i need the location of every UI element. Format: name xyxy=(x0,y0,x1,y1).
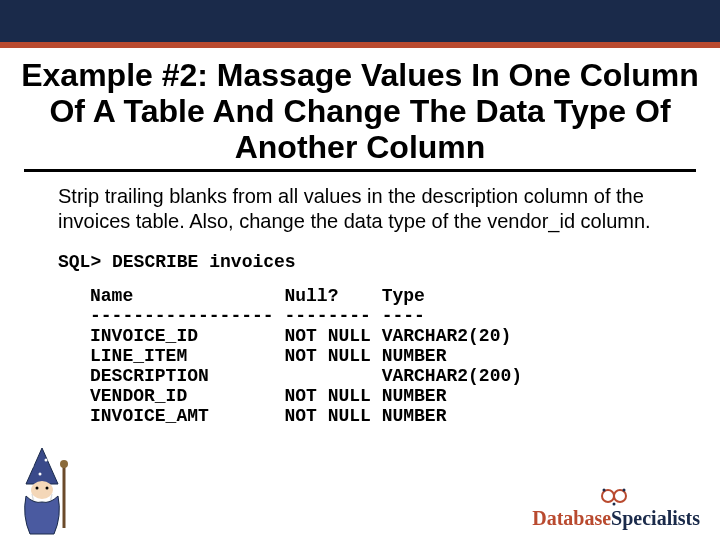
svg-point-2 xyxy=(45,459,48,462)
svg-point-12 xyxy=(623,488,626,491)
svg-point-10 xyxy=(614,490,626,502)
svg-point-1 xyxy=(31,465,34,468)
svg-point-5 xyxy=(36,487,39,490)
svg-point-13 xyxy=(613,502,616,505)
svg-point-9 xyxy=(602,490,614,502)
svg-point-6 xyxy=(46,487,49,490)
wizard-mascot-icon xyxy=(2,446,82,536)
header-divider xyxy=(0,42,720,48)
logo-brand-1: Database xyxy=(532,507,611,529)
title-underline xyxy=(24,169,696,172)
footer-logo: DatabaseSpecialists xyxy=(532,484,700,528)
header-band xyxy=(0,0,720,48)
slide-title: Example #2: Massage Values In One Column… xyxy=(18,58,702,165)
logo-brand-2: Specialists xyxy=(611,507,700,529)
logo-text: DatabaseSpecialists xyxy=(532,508,700,528)
sql-describe-output: Name Null? Type ----------------- ------… xyxy=(90,286,720,426)
sql-command: SQL> DESCRIBE invoices xyxy=(58,252,720,272)
svg-point-3 xyxy=(39,473,42,476)
svg-point-4 xyxy=(31,481,53,499)
svg-point-11 xyxy=(603,488,606,491)
svg-point-8 xyxy=(60,460,68,468)
slide-body-text: Strip trailing blanks from all values in… xyxy=(58,184,662,234)
